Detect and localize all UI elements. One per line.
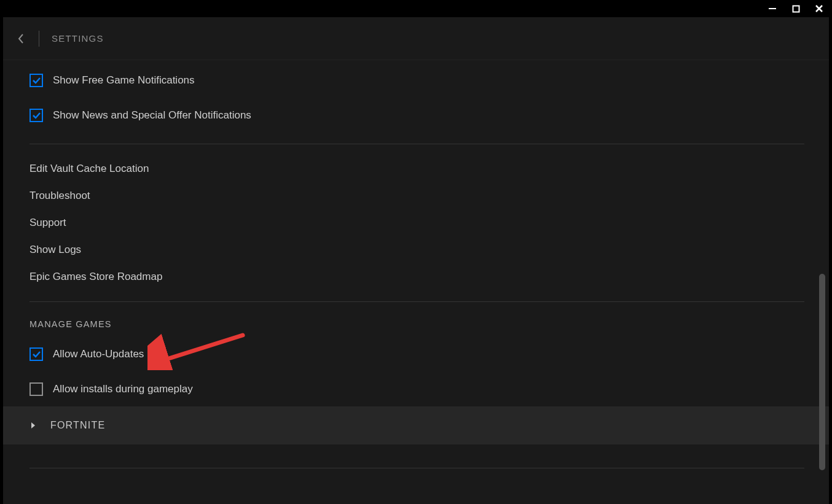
checkbox-label: Show News and Special Offer Notification… [53, 109, 251, 122]
manage-games-title: MANAGE GAMES [29, 319, 804, 329]
section-divider [29, 301, 804, 302]
page-title: SETTINGS [52, 33, 104, 44]
show-news-offers-notifications-toggle[interactable]: Show News and Special Offer Notification… [29, 98, 804, 133]
show-logs-link[interactable]: Show Logs [29, 236, 804, 263]
link-label: Edit Vault Cache Location [29, 163, 149, 175]
header-divider [39, 31, 39, 47]
scrollbar-thumb[interactable] [819, 274, 825, 470]
scroll-area: Show Free Game Notifications Show News a… [3, 60, 817, 504]
svg-marker-4 [31, 422, 35, 428]
allow-auto-updates-toggle[interactable]: Allow Auto-Updates [29, 336, 804, 371]
settings-content: Show Free Game Notifications Show News a… [3, 60, 829, 504]
link-label: Troubleshoot [29, 190, 90, 202]
troubleshoot-link[interactable]: Troubleshoot [29, 182, 804, 209]
show-free-game-notifications-toggle[interactable]: Show Free Game Notifications [29, 63, 804, 98]
checkbox-label: Show Free Game Notifications [53, 74, 195, 87]
checkbox-label: Allow Auto-Updates [53, 348, 144, 360]
scrollbar[interactable] [819, 71, 825, 498]
checkbox-unchecked-icon [29, 382, 43, 396]
maximize-button[interactable] [790, 3, 801, 14]
checkbox-label: Allow installs during gameplay [53, 383, 193, 395]
settings-header: SETTINGS [3, 17, 829, 60]
section-divider [29, 144, 804, 144]
checkbox-checked-icon [29, 109, 43, 122]
chevron-left-icon [17, 32, 25, 45]
svg-rect-1 [793, 6, 799, 12]
checkbox-checked-icon [29, 347, 43, 361]
link-label: Show Logs [29, 244, 81, 256]
window-titlebar [0, 0, 832, 17]
game-name-label: FORTNITE [50, 420, 105, 431]
checkbox-checked-icon [29, 74, 43, 87]
edit-vault-cache-location-link[interactable]: Edit Vault Cache Location [29, 155, 804, 182]
link-label: Support [29, 217, 66, 229]
back-button[interactable] [15, 33, 26, 44]
link-label: Epic Games Store Roadmap [29, 271, 162, 283]
support-link[interactable]: Support [29, 209, 804, 236]
chevron-right-icon [29, 422, 37, 429]
epic-store-roadmap-link[interactable]: Epic Games Store Roadmap [29, 263, 804, 290]
minimize-button[interactable] [767, 3, 778, 14]
allow-installs-during-gameplay-toggle[interactable]: Allow installs during gameplay [29, 371, 804, 406]
close-button[interactable] [814, 3, 825, 14]
section-divider [29, 468, 804, 468]
app-window: SETTINGS Show Free Game Notifications Sh… [3, 17, 829, 504]
game-row-fortnite[interactable]: FORTNITE [3, 406, 829, 444]
